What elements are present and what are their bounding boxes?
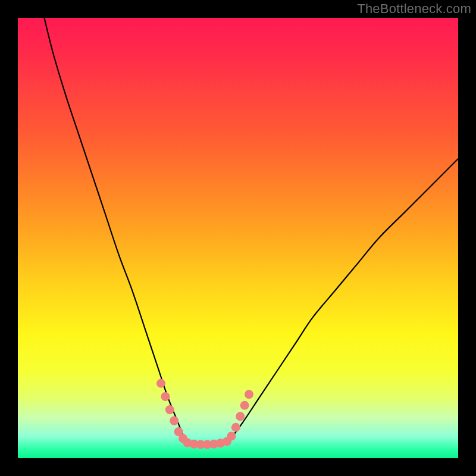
watermark-text: TheBottleneck.com — [357, 1, 471, 17]
plot-area — [18, 18, 458, 458]
highlight-dots-right — [227, 390, 253, 440]
highlight-dot — [165, 405, 174, 414]
curve-right — [229, 159, 458, 441]
highlight-dot — [240, 401, 249, 410]
highlight-dot — [245, 390, 253, 399]
highlight-dot — [156, 379, 165, 388]
highlight-dot — [236, 412, 245, 421]
chart-frame: TheBottleneck.com — [0, 0, 476, 476]
highlight-dots-bottom — [183, 437, 231, 449]
curve-left — [44, 18, 185, 440]
highlight-dot — [231, 423, 240, 432]
highlight-dot — [170, 416, 178, 425]
highlight-dot — [161, 392, 170, 401]
chart-svg — [18, 18, 458, 458]
highlight-dot — [227, 432, 236, 441]
